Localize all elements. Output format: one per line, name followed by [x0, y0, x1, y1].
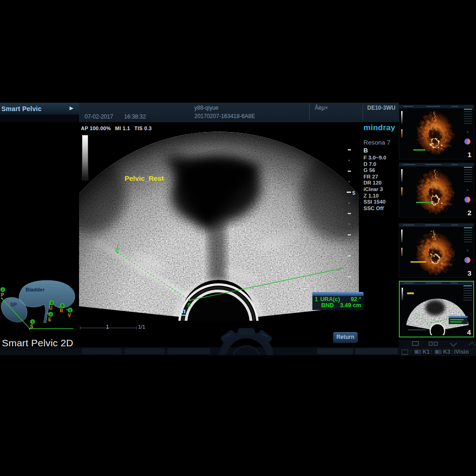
return-button[interactable]: Return: [333, 332, 358, 343]
softkey-segment[interactable]: [317, 348, 353, 354]
cine-frame-count: 1/1: [138, 324, 145, 330]
param-depth: D 7.0: [364, 161, 399, 168]
orientation-sphere-icon: [464, 139, 470, 145]
thumbnail-tgc-bar: [401, 248, 403, 256]
acoustic-output-status: AP 100.00%MI 1.1TIS 0.3: [81, 126, 156, 131]
param-dynamicrange: DR 120: [364, 180, 399, 186]
softkey-segment[interactable]: [125, 348, 165, 354]
param-ssc: SSC Off: [364, 205, 399, 212]
smart-pelvic-menu[interactable]: Smart Pelvic ▶: [0, 103, 79, 115]
thumbnail-2[interactable]: 2: [399, 163, 474, 218]
softkey-segment[interactable]: [82, 348, 122, 354]
svg-text:2: 2: [2, 288, 4, 292]
ivision-label[interactable]: iVisio: [454, 349, 469, 355]
trackball-top-button[interactable]: [238, 328, 255, 335]
orientation-sphere-icon: [464, 257, 470, 263]
pelvic-floor-diagram: Bladder SP 1 S 2 P 3 U 4 E 5 R 6: [0, 276, 79, 338]
exam-date: 07-02-2017: [85, 113, 113, 120]
param-gain: G 56: [364, 167, 399, 174]
thumbnail-params: [463, 285, 472, 302]
body-marker-m: m: [179, 307, 185, 316]
thumbnail-header: [399, 163, 474, 166]
softkey-segment[interactable]: [355, 348, 398, 354]
mindray-logo: mindray: [364, 123, 399, 132]
menu-underbar: [0, 115, 79, 122]
thumbnail-render-image: [408, 228, 463, 277]
thumbnail-grayscale-bar: [401, 230, 403, 242]
svg-text:6: 6: [69, 308, 71, 312]
thumbnail-marker-dot: [467, 189, 469, 191]
svg-text:R: R: [60, 308, 63, 313]
thumbnail-params: [464, 227, 472, 244]
k3-label[interactable]: K3: [443, 349, 450, 355]
k1-label[interactable]: K1: [423, 349, 430, 355]
thumbnail-marker-dot: [467, 131, 469, 133]
save-label: Save: [402, 353, 408, 356]
measurement-index: 1: [315, 297, 318, 303]
trackball-control[interactable]: [205, 325, 288, 355]
param-zoom: Z 1.10: [364, 193, 399, 199]
param-framerate: FR 27: [364, 174, 399, 180]
thumbnail-number: 2: [468, 209, 471, 217]
thumbnail-1[interactable]: 1: [399, 105, 474, 159]
svg-text:1: 1: [32, 320, 33, 324]
thumbnail-3[interactable]: 3: [399, 223, 474, 278]
thumbnail-layout-toolbar: [399, 340, 476, 348]
page-down-icon[interactable]: [450, 340, 457, 347]
thumbnail-number: 4: [467, 328, 471, 336]
thumbnail-marker-dot: [467, 250, 469, 251]
sp-label: SP: [10, 302, 17, 307]
thumbnail-header: [399, 105, 474, 108]
patient-name: y88-qiyue: [194, 105, 218, 111]
thumbnail-render-image: [408, 109, 463, 159]
thumbnail-tgc-bar: [401, 187, 403, 196]
param-frequency: F 3.0~9.0: [364, 155, 399, 161]
ultrasound-screen: Smart Pelvic ▶ 07-02-2017 16:38:32 y88-q…: [0, 0, 476, 476]
thumbnail-grayscale-bar: [401, 111, 403, 124]
caliper-p-label: P: [115, 247, 119, 253]
thumbnail-number: 1: [468, 151, 471, 159]
svg-text:V: V: [68, 313, 71, 318]
svg-text:3: 3: [51, 301, 53, 305]
depth-5cm-label: 5: [352, 190, 355, 196]
probe-id: DE10-3WU: [367, 105, 396, 111]
info-divider: [309, 104, 310, 121]
thumbnail-bmode-image: [403, 286, 471, 335]
dual-layout-icon-right[interactable]: [434, 342, 438, 346]
trackball-ball[interactable]: [232, 346, 260, 355]
imaging-params: F 3.0~9.0 D 7.0 G 56 FR 27 DR 120 iClear…: [364, 155, 399, 212]
measurement-box-titlebar[interactable]: [312, 292, 364, 296]
system-model: Resona 7: [364, 139, 399, 146]
grayscale-map-bar: [82, 135, 88, 180]
thumbnail-params: [464, 109, 472, 126]
info-divider: [363, 104, 363, 121]
single-layout-icon[interactable]: [412, 341, 419, 346]
thumbnail-tgc-bar: [401, 129, 403, 138]
mode-label: B: [364, 147, 399, 154]
thumbnail-grayscale-bar: [402, 288, 403, 300]
svg-text:U: U: [49, 305, 52, 311]
k1-key-icon[interactable]: [414, 350, 421, 354]
k3-key-icon[interactable]: [435, 350, 442, 354]
function-key-bar: : K1 : K3 : iVisio: [399, 348, 476, 356]
thumbnail-number: 3: [468, 269, 471, 277]
measurement-bnd-value: 3.49 cm: [340, 303, 361, 309]
thumbnail-annotation: [413, 149, 425, 151]
thumbnail-4-selected[interactable]: 4: [399, 281, 474, 337]
parameter-panel: mindray Resona 7 B F 3.0~9.0 D 7.0 G 56 …: [364, 123, 399, 212]
cine-current-frame: 1: [106, 324, 109, 330]
preset-annotation: Pelvic_Rest: [125, 174, 164, 182]
chevron-right-icon[interactable]: ▶: [70, 105, 73, 111]
exam-info-bar: 07-02-2017 16:38:32 y88-qiyue 20170207-1…: [79, 103, 399, 122]
param-ssi: SSI 1540: [364, 199, 399, 205]
svg-text:E: E: [48, 317, 52, 322]
bladder-label: Bladder: [26, 287, 45, 292]
smart-pelvic-menu-label: Smart Pelvic: [0, 105, 41, 112]
smart-pelvic-2d-caption: Smart Pelvic 2D: [2, 337, 73, 349]
thumbnail-header: [400, 282, 473, 285]
thumbnail-render-image: [408, 167, 463, 217]
dual-layout-icon-left[interactable]: [429, 342, 433, 346]
svg-text:S: S: [30, 324, 33, 329]
softkey-segment[interactable]: [167, 348, 210, 354]
exam-id: 20170207-163418-6A8E: [194, 113, 255, 119]
